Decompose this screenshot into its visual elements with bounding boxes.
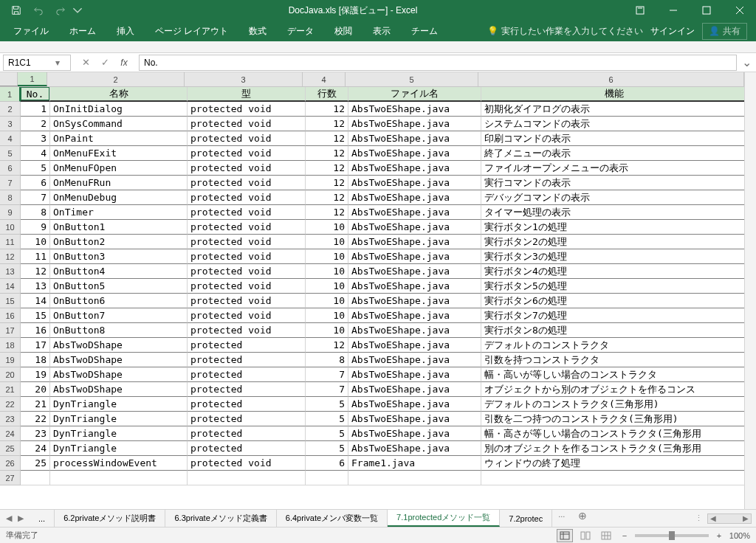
cell[interactable]: 19 [21, 367, 50, 382]
view-pagelayout-button[interactable] [577, 529, 594, 542]
cell[interactable]: 10 [306, 249, 348, 264]
row-header[interactable]: 26 [0, 456, 21, 471]
cell[interactable]: ファイル名 [348, 87, 481, 102]
tab-insert[interactable]: 挿入 [106, 21, 145, 41]
col-header-3[interactable]: 3 [185, 72, 303, 86]
cell[interactable]: 10 [306, 308, 348, 323]
cell[interactable]: OnButton2 [50, 235, 188, 249]
cell[interactable]: 5 [306, 397, 348, 412]
cancel-formula-button[interactable]: ✕ [77, 55, 94, 70]
cell[interactable] [348, 471, 481, 485]
cell[interactable]: ウィンドウの終了処理 [481, 456, 744, 471]
cell[interactable]: システムコマンドの表示 [481, 117, 744, 131]
cell[interactable]: OnPaint [50, 131, 188, 146]
cell[interactable]: 引数を二つ持つのコンストラクタ(三角形用) [481, 412, 744, 426]
cell[interactable]: AbsTwoEShape.java [348, 441, 481, 456]
cell[interactable]: 18 [21, 353, 50, 367]
cell[interactable]: protected void [188, 264, 306, 279]
col-header-6[interactable]: 6 [478, 72, 744, 86]
undo-button[interactable] [28, 1, 49, 19]
cell[interactable]: protected void [188, 146, 306, 161]
cell[interactable]: protected [188, 367, 306, 382]
cell[interactable]: 25 [21, 456, 50, 471]
cell[interactable]: protected void [188, 220, 306, 235]
cell[interactable]: DynTriangle [50, 397, 188, 412]
cell[interactable]: 1 [21, 102, 50, 117]
sheet-tab-3[interactable]: 6.4privateメンバ変数一覧 [277, 510, 388, 527]
sheet-tab-4[interactable]: 7.1protectedメソッド一覧 [388, 510, 500, 527]
cell[interactable]: 7 [306, 367, 348, 382]
cell[interactable]: 17 [21, 338, 50, 353]
cell[interactable]: 12 [306, 146, 348, 161]
cell[interactable]: AbsTwoEShape.java [348, 131, 481, 146]
cell[interactable]: AbsTwoEShape.java [348, 338, 481, 353]
cell[interactable]: OnMenuDebug [50, 190, 188, 205]
cell[interactable]: OnButton7 [50, 308, 188, 323]
cell[interactable]: 21 [21, 397, 50, 412]
tab-formulas[interactable]: 数式 [238, 21, 277, 41]
cell[interactable]: OnButton6 [50, 294, 188, 308]
cell[interactable]: 5 [306, 426, 348, 441]
cell[interactable]: protected void [188, 279, 306, 294]
col-header-2[interactable]: 2 [47, 72, 185, 86]
zoom-slider[interactable] [635, 534, 709, 537]
cell[interactable]: 15 [21, 308, 50, 323]
cell[interactable]: 10 [306, 235, 348, 249]
row-header[interactable]: 2 [0, 102, 21, 117]
cell[interactable]: 14 [21, 294, 50, 308]
cell[interactable]: 行数 [306, 87, 348, 102]
cell[interactable]: 6 [306, 456, 348, 471]
row-header[interactable]: 7 [0, 176, 21, 190]
row-header[interactable]: 20 [0, 367, 21, 382]
cell[interactable]: AbsTwoEShape.java [348, 412, 481, 426]
cell[interactable]: protected [188, 338, 306, 353]
cell[interactable]: ファイルオープンメニューの表示 [481, 161, 744, 176]
cell[interactable]: 3 [21, 131, 50, 146]
cell[interactable]: AbsTwoEShape.java [348, 426, 481, 441]
row-header[interactable]: 12 [0, 249, 21, 264]
row-header[interactable]: 15 [0, 294, 21, 308]
zoom-out-button[interactable]: − [619, 531, 630, 540]
cell[interactable]: 実行コマンドの表示 [481, 176, 744, 190]
cell[interactable]: 10 [306, 264, 348, 279]
row-header[interactable]: 25 [0, 441, 21, 456]
cell[interactable]: 10 [306, 279, 348, 294]
insert-function-button[interactable]: fx [115, 55, 133, 70]
cell[interactable]: AbsTwoEShape.java [348, 146, 481, 161]
cell[interactable]: 22 [21, 412, 50, 426]
cell[interactable]: 名称 [50, 87, 188, 102]
cell[interactable]: 引数を持つコンストラクタ [481, 353, 744, 367]
cell[interactable]: 5 [306, 412, 348, 426]
row-header[interactable]: 9 [0, 205, 21, 220]
cell[interactable]: 終了メニューの表示 [481, 146, 744, 161]
col-header-4[interactable]: 4 [303, 72, 346, 86]
cell[interactable]: 13 [21, 279, 50, 294]
cell[interactable]: AbsTwoEShape.java [348, 205, 481, 220]
cell[interactable]: デバッグコマンドの表示 [481, 190, 744, 205]
cell[interactable]: DynTriangle [50, 441, 188, 456]
cell[interactable]: 11 [21, 249, 50, 264]
cell[interactable]: protected void [188, 249, 306, 264]
cell[interactable]: 機能 [481, 87, 744, 102]
row-header[interactable]: 11 [0, 235, 21, 249]
row-header[interactable]: 10 [0, 220, 21, 235]
cell[interactable]: 幅・高さが等しい場合のコンストラクタ(三角形用 [481, 426, 744, 441]
cell[interactable]: 幅・高いが等しい場合のコンストラクタ [481, 367, 744, 382]
cell[interactable]: OnMenuFExit [50, 146, 188, 161]
cell[interactable]: デフォルトのコンストラクタ [481, 338, 744, 353]
tab-team[interactable]: チーム [401, 21, 448, 41]
cell[interactable]: protected [188, 382, 306, 397]
cell[interactable]: 12 [306, 205, 348, 220]
cell[interactable]: protected [188, 426, 306, 441]
row-header[interactable]: 27 [0, 471, 21, 485]
cell[interactable]: 12 [306, 338, 348, 353]
cell[interactable]: protected void [188, 235, 306, 249]
row-header[interactable]: 5 [0, 146, 21, 161]
cell[interactable]: 実行ボタン8の処理 [481, 323, 744, 338]
cell[interactable]: 別のオブジェクトを作るコンストラクタ(三角形用 [481, 441, 744, 456]
cell[interactable] [188, 471, 306, 485]
row-header[interactable]: 24 [0, 426, 21, 441]
cell[interactable]: AbsTwoEShape.java [348, 235, 481, 249]
sheet-tab-2[interactable]: 6.3privateメソッド定義書 [165, 510, 276, 527]
row-header[interactable]: 14 [0, 279, 21, 294]
